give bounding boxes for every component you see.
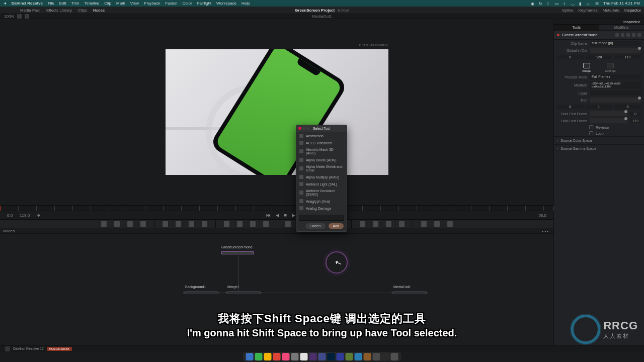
tb-icon[interactable]	[237, 221, 243, 227]
status-cc-icon[interactable]: ☰	[595, 2, 599, 6]
reverse-checkbox[interactable]	[589, 125, 593, 129]
flow-options-icon[interactable]: •••	[542, 229, 549, 233]
tool-search-input[interactable]	[299, 215, 344, 221]
tb-icon[interactable]	[140, 221, 146, 227]
insp-icon[interactable]	[632, 33, 635, 37]
step-back-icon[interactable]: ◀	[276, 213, 279, 218]
node-greenscreenphone[interactable]: GreenScreenPhone	[221, 250, 254, 254]
mode-image[interactable]: Image	[582, 63, 591, 72]
node-mediaout1[interactable]: MediaOut1	[393, 290, 426, 294]
menu-playback[interactable]: Playback	[144, 1, 160, 6]
apple-icon[interactable]: ●	[4, 1, 7, 6]
dock-app-icon[interactable]	[355, 353, 362, 360]
process-mode-select[interactable]: Full Frames	[590, 74, 641, 79]
mediaid-field[interactable]: d854-f61c-4219-ab52-ba0cc2a1130d	[590, 81, 641, 88]
section-source-gamma-space[interactable]: Source Gamma Space	[554, 144, 644, 152]
dock-app-icon[interactable]	[364, 353, 371, 360]
insp-icon[interactable]	[637, 33, 641, 37]
tb-icon[interactable]	[176, 221, 181, 227]
trim-in-field[interactable]: 0	[557, 105, 584, 109]
tb-icon[interactable]	[250, 221, 256, 227]
node-port[interactable]	[217, 292, 219, 294]
dock-app-icon[interactable]	[346, 353, 353, 360]
menu-file[interactable]: File	[48, 1, 54, 6]
clip-name-field[interactable]: still image.jpg	[590, 41, 641, 46]
global-out-field[interactable]: 119	[614, 55, 641, 59]
tb-icon[interactable]	[189, 221, 194, 227]
inspector-tab-modifiers[interactable]: Modifiers	[599, 25, 645, 30]
hold-last-slider[interactable]	[590, 118, 627, 123]
tb-icon[interactable]	[263, 221, 269, 227]
tab-inspector[interactable]: Inspector	[624, 8, 641, 13]
menu-fairlight[interactable]: Fairlight	[197, 1, 211, 6]
stop-icon[interactable]: ■	[284, 213, 287, 218]
viewer[interactable]: 1920x1080xfloat32 Select Tool	[0, 19, 553, 205]
tb-icon[interactable]	[202, 221, 207, 227]
tool-item[interactable]: Abstraction	[296, 132, 347, 139]
tb-icon[interactable]	[360, 221, 365, 227]
tool-item[interactable]: ACES Transform	[296, 139, 347, 146]
app-menu[interactable]: DaVinci Resolve	[12, 1, 43, 6]
dock-app-icon[interactable]	[264, 353, 272, 360]
section-source-color-space[interactable]: Source Color Space	[554, 136, 644, 144]
tab-spline[interactable]: Spline	[562, 8, 573, 13]
inspector-node-header[interactable]: GreenScreenPhone	[554, 31, 644, 40]
tool-item[interactable]: Alpha Divide (ADiv)	[296, 156, 347, 163]
tb-icon[interactable]	[399, 221, 405, 227]
loop-checkbox[interactable]	[589, 131, 593, 135]
hold-first-slider[interactable]	[590, 111, 627, 116]
menu-trim[interactable]: Trim	[71, 1, 79, 6]
dialog-close-icon[interactable]	[298, 127, 301, 130]
insp-icon[interactable]	[621, 33, 624, 37]
tool-item[interactable]: Ambient Occlusion (SSAO)	[296, 188, 347, 198]
tab-media-pool[interactable]: Media Pool	[20, 8, 40, 13]
tb-icon[interactable]	[285, 221, 291, 227]
insp-icon[interactable]	[615, 33, 619, 37]
menu-help[interactable]: Help	[242, 1, 250, 6]
dock-app-icon[interactable]	[309, 353, 317, 360]
status-search-icon[interactable]: ⌕	[587, 2, 591, 6]
tb-icon[interactable]	[434, 221, 440, 227]
global-in-field[interactable]: 0	[557, 55, 584, 59]
tab-nodes[interactable]: Nodes	[93, 8, 105, 13]
tb-icon[interactable]	[373, 221, 378, 227]
tb-icon[interactable]	[386, 221, 391, 227]
tb-icon[interactable]	[127, 221, 133, 227]
add-button[interactable]: Add	[329, 223, 344, 229]
mode-settings[interactable]: Settings	[605, 63, 616, 72]
playhead[interactable]	[0, 206, 1, 211]
inspector-tab-tools[interactable]: Tools	[554, 25, 599, 30]
dock-app-icon[interactable]	[328, 353, 335, 360]
dock-app-icon[interactable]	[373, 353, 380, 360]
hold-last-field[interactable]: 119	[630, 119, 641, 123]
dock-app-icon[interactable]	[255, 353, 263, 360]
node-background1[interactable]: Background1	[185, 290, 217, 294]
tool-item[interactable]: Alpha Multiply (AMul)	[296, 173, 347, 180]
go-start-icon[interactable]: ⏮	[266, 213, 271, 218]
menu-workspace[interactable]: Workspace	[216, 1, 236, 6]
dock-app-icon[interactable]	[382, 353, 389, 360]
tb-icon[interactable]	[114, 221, 120, 227]
dock-app-icon[interactable]	[291, 353, 299, 360]
trim-dur-field[interactable]: 1	[586, 105, 612, 109]
dock-app-icon[interactable]	[246, 353, 254, 360]
dock-app-icon[interactable]	[273, 353, 281, 360]
tab-metadata[interactable]: Metadata	[603, 8, 619, 13]
tb-icon[interactable]	[447, 221, 453, 227]
menu-fusion[interactable]: Fusion	[166, 1, 178, 6]
node-graph[interactable]: GreenScreenPhone Background1 Merge1 Medi…	[0, 234, 553, 346]
menu-color[interactable]: Color	[183, 1, 192, 6]
tool-item[interactable]: Anaglyph (Ana)	[296, 198, 347, 205]
tb-icon[interactable]	[224, 221, 229, 227]
viewer-b-icon[interactable]	[25, 14, 29, 19]
audio-icon[interactable]: 🕩	[37, 213, 41, 218]
home-icon[interactable]	[5, 346, 10, 351]
tool-item[interactable]: Alpha Matte Shrink and Grow	[296, 163, 347, 173]
global-dur-field[interactable]: 120	[586, 55, 612, 59]
play-icon[interactable]: ▶	[292, 213, 295, 218]
dock-app-icon[interactable]	[318, 353, 326, 360]
menu-timeline[interactable]: Timeline	[84, 1, 99, 6]
dock-app-icon[interactable]	[391, 353, 398, 360]
menu-clip[interactable]: Clip	[104, 1, 111, 6]
time-ruler[interactable]	[0, 205, 553, 211]
